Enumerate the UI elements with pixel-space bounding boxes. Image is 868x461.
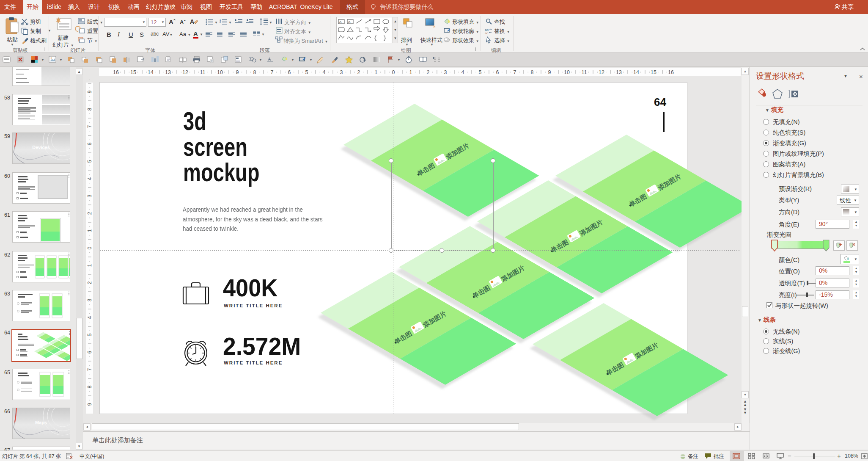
- svg-text:Maps: Maps: [35, 420, 47, 425]
- svg-text:2: 2: [220, 21, 221, 23]
- svg-text:A: A: [339, 20, 342, 24]
- svg-text:A: A: [190, 18, 194, 25]
- svg-text:Devices: Devices: [32, 145, 50, 150]
- svg-text:A: A: [348, 20, 351, 24]
- svg-text:ac: ac: [485, 31, 488, 35]
